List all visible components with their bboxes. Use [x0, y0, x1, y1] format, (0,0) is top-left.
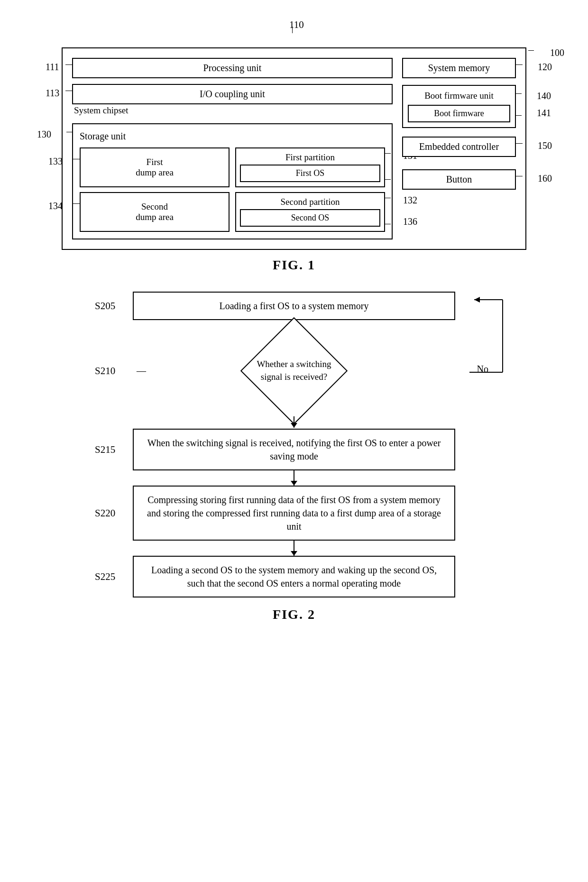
s210-text: Whether a switching signal is received?: [247, 358, 341, 383]
storage-unit-label: Storage unit: [80, 131, 385, 142]
partition-column: 131 135 First partition First OS: [235, 147, 385, 232]
main-box: 111 Processing unit 113 I/O coupling uni…: [62, 47, 526, 250]
s205-row: S205 — Loading a first OS to a system me…: [81, 292, 507, 320]
ref-111: 111: [46, 62, 59, 73]
fig1-container: 110 100 111 Processing unit: [19, 14, 569, 273]
boot-firmware-box: Boot firmware: [408, 105, 510, 122]
first-dump-area-label: Firstdump area: [136, 157, 174, 177]
s220-label: S220: [95, 507, 115, 519]
ref-141: 141: [537, 108, 551, 119]
ref-120: 120: [538, 62, 552, 73]
first-partition-box: 131 135 First partition First OS: [235, 147, 385, 187]
ref-100: 100: [550, 47, 564, 58]
system-memory-label: System memory: [428, 63, 490, 73]
s205-box: Loading a first OS to a system memory: [133, 292, 455, 320]
fig2-title: FIG. 2: [273, 607, 315, 622]
s210-label: S210: [95, 365, 115, 377]
ref-150: 150: [538, 140, 552, 151]
second-dump-area-box: Seconddump area: [80, 192, 230, 232]
second-partition-label: Second partition: [240, 197, 380, 207]
s205-label: S205: [95, 300, 115, 312]
s220-text: Compressing storing first running data o…: [147, 495, 441, 532]
right-column: 120 System memory 140 141: [402, 58, 516, 239]
svg-marker-3: [474, 297, 480, 303]
s225-box: Loading a second OS to the system memory…: [133, 556, 455, 597]
ref-160: 160: [538, 173, 552, 184]
s205-text: Loading a first OS to a system memory: [220, 301, 369, 311]
s225-text: Loading a second OS to the system memory…: [151, 565, 437, 588]
fig1-title: FIG. 1: [273, 257, 315, 273]
boot-firmware-label: Boot firmware: [434, 109, 484, 118]
storage-inner: 133 Firstdump area 134: [80, 147, 385, 232]
fig2-container: S205 — Loading a first OS to a system me…: [19, 292, 569, 622]
s215-row: S215 — When the switching signal is rece…: [81, 429, 507, 470]
s220-row: S220 — Compressing storing first running…: [81, 486, 507, 541]
s215-label: S215: [95, 444, 115, 456]
second-os-box: Second OS: [240, 209, 380, 227]
processing-unit-label: Processing unit: [203, 63, 262, 73]
s220-box: Compressing storing first running data o…: [133, 486, 455, 541]
ref-130: 130: [37, 129, 51, 140]
dump-column: 133 Firstdump area 134: [80, 147, 230, 232]
ref-110: 110: [289, 19, 304, 31]
storage-box: 130 Storage unit 133: [72, 123, 393, 239]
system-memory-box: System memory: [402, 58, 516, 78]
s210-row: S210 — Whether a switching signal is rec…: [81, 335, 507, 406]
left-column: 111 Processing unit 113 I/O coupling uni…: [72, 58, 393, 239]
button-label: Button: [446, 174, 472, 184]
first-os-box: First OS: [240, 165, 380, 182]
first-os-label: First OS: [296, 168, 325, 178]
ref-134: 134: [48, 201, 63, 211]
embedded-controller-label: Embedded controller: [419, 141, 499, 152]
second-dump-area-label: Seconddump area: [136, 202, 174, 222]
s210-diamond: Whether a switching signal is received?: [209, 335, 379, 406]
io-coupling-box: I/O coupling unit: [72, 84, 393, 104]
ref-133: 133: [48, 156, 63, 167]
s215-text: When the switching signal is received, n…: [147, 438, 441, 461]
second-partition-box: 132 136 Second partition Second OS: [235, 192, 385, 232]
s225-label: S225: [95, 571, 115, 583]
processing-unit-box: Processing unit: [72, 58, 393, 78]
no-branch-svg: [469, 295, 517, 409]
ref-140: 140: [537, 91, 551, 101]
embedded-controller-box: Embedded controller: [402, 137, 516, 157]
first-dump-area-box: Firstdump area: [80, 147, 230, 187]
boot-firmware-unit-label: Boot firmware unit: [408, 91, 510, 101]
s225-row: S225 — Loading a second OS to the system…: [81, 556, 507, 597]
button-box: Button: [402, 169, 516, 190]
s215-box: When the switching signal is received, n…: [133, 429, 455, 470]
first-partition-label: First partition: [240, 152, 380, 163]
second-os-label: Second OS: [291, 213, 330, 222]
system-chipset-label: System chipset: [72, 105, 393, 116]
io-coupling-label: I/O coupling unit: [200, 89, 265, 99]
ref-113: 113: [46, 88, 59, 99]
